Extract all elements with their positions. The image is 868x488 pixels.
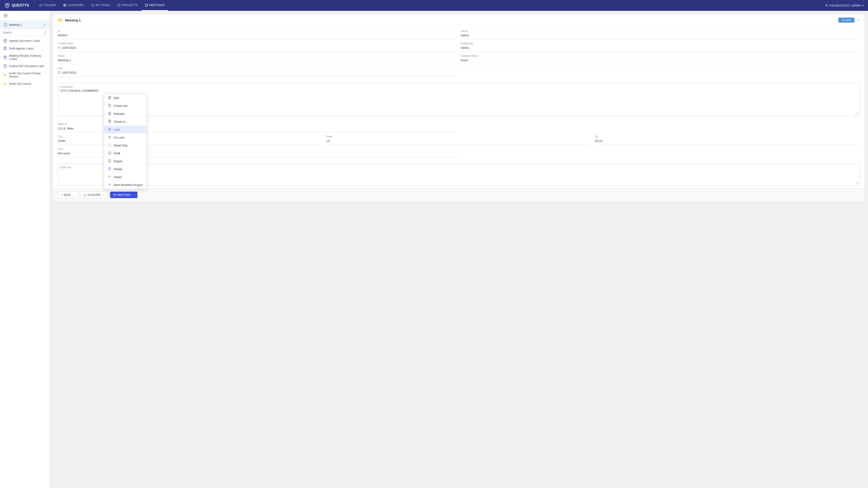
sidebar-document-list: Agenda Document 1.docx Draft Agenda 1.do… (0, 36, 50, 488)
row-date: Date 10/07/2021 (58, 67, 860, 76)
meeting-header: 📁 Meeting 1 Created (53, 14, 864, 26)
menu-item-checkout[interactable]: Check Out (104, 102, 147, 110)
meeting-header-left: 📁 Meeting 1 (58, 18, 81, 23)
row-address: Address 111 E. Main (58, 123, 860, 132)
list-item[interactable]: 📁 Smith City Council Closed Session (0, 70, 50, 80)
collapse-button[interactable] (857, 18, 860, 22)
svg-rect-21 (109, 129, 111, 130)
user-icon (825, 4, 828, 7)
folder-icon: 📁 (3, 73, 7, 77)
meeting-form: Id 855547 Owner Admin Creation Date 10/0… (53, 26, 864, 83)
sidebar: Meeting 1 Agenda Document 1.docx Draft A… (0, 11, 50, 488)
row-id-owner: Id 855547 Owner Admin (58, 30, 860, 39)
svg-rect-6 (145, 4, 148, 6)
field-id: Id 855547 (58, 30, 457, 39)
list-item[interactable]: Agenda Document 1.docx (0, 37, 50, 45)
acquire-chevron-icon (102, 194, 104, 196)
acquire-button[interactable]: ACQUIRE (80, 191, 108, 198)
row-time: Time Not used (58, 148, 860, 157)
search-icon[interactable] (43, 31, 47, 34)
chevron-down-icon (43, 23, 46, 26)
description-field: Description CITY COUNCIL CHAMBERS 21 (58, 83, 860, 116)
docx-icon (3, 39, 7, 43)
menu-item-draft[interactable]: Draft (104, 149, 147, 157)
meeting-folder-icon: 📁 (58, 18, 63, 23)
meeting-card: 📁 Meeting 1 Created Id 855547 (53, 14, 864, 201)
meeting-btn-icon (113, 194, 116, 196)
svg-rect-12 (4, 47, 6, 50)
sidebar-tree-item[interactable]: Meeting 1 (0, 21, 50, 29)
meeting-chevron-icon (132, 194, 134, 196)
workflow-icon (108, 183, 112, 187)
nav-tabs: FOLDER CATEGORY MY TASKS PROJECTS MEETIN… (36, 0, 168, 11)
svg-rect-17 (114, 194, 116, 196)
edit-icon (108, 96, 112, 100)
svg-rect-3 (65, 5, 66, 6)
svg-rect-15 (58, 47, 60, 49)
svg-rect-2 (64, 5, 65, 6)
svg-rect-11 (4, 39, 6, 42)
user-menu[interactable]: FINANCETEST, ADMIN ▾ (825, 4, 864, 7)
svg-rect-1 (65, 4, 66, 5)
row-name-category: Name Meeting 1 Category Name Event (58, 55, 860, 64)
new-chevron-icon (72, 194, 74, 196)
menu-item-lock[interactable]: Lock (104, 126, 147, 133)
tab-folder[interactable]: FOLDER (36, 0, 59, 11)
field-zip: Zip 91111 (595, 135, 860, 145)
field-date: Date 10/07/2021 (58, 67, 457, 76)
menu-item-unlock[interactable]: Un Lock (104, 133, 147, 141)
info-icon (4, 23, 7, 26)
menu-item-delete[interactable]: Delete (104, 165, 147, 173)
tab-projects[interactable]: PROJECTS (114, 0, 141, 11)
svg-rect-0 (64, 4, 65, 5)
field-name: Name Meeting 1 (58, 55, 457, 64)
meetings-tab-icon (145, 4, 148, 7)
address-form: Address 111 E. Main City Smith State LA (53, 119, 864, 164)
folder-tab-icon (39, 4, 42, 7)
release-icon (108, 112, 112, 116)
back-button[interactable] (4, 13, 8, 18)
menu-item-start-workflow[interactable]: Start Workflow Project (104, 181, 147, 189)
app-name: QUESTYS (12, 3, 29, 7)
checkin-icon (108, 120, 112, 124)
back-icon (4, 13, 8, 18)
main-layout: Meeting 1 Agenda Document 1.docx Draft A… (0, 11, 868, 488)
list-item[interactable]: Meeting Minutes Summary 1.docx (0, 53, 50, 62)
calendar-date-icon (58, 71, 61, 74)
menu-item-release[interactable]: Release (104, 110, 147, 118)
tab-meetings[interactable]: MEETINGS (142, 0, 168, 11)
menu-item-readonly[interactable]: Read Only (104, 141, 147, 149)
list-item[interactable]: Outline PDF Document 1.pdf (0, 62, 50, 70)
pdf-icon (3, 64, 7, 68)
acquire-icon (84, 194, 86, 196)
field-state: State LA (327, 135, 591, 145)
unlock-icon (108, 135, 112, 139)
new-button[interactable]: + NEW (58, 191, 78, 198)
menu-item-edit[interactable]: Edit (104, 94, 147, 102)
tab-category[interactable]: CATEGORY (60, 0, 87, 11)
docx-icon (3, 55, 7, 59)
list-item[interactable]: Draft Agenda 1.docx (0, 45, 50, 53)
svg-rect-16 (58, 72, 60, 74)
ocr-field: OCR Text 0 (58, 164, 860, 186)
docx-icon (3, 46, 7, 51)
meeting-button[interactable]: MEETING (110, 192, 137, 198)
menu-item-select[interactable]: Select (104, 173, 147, 181)
menu-item-export[interactable]: Export (104, 157, 147, 165)
svg-rect-22 (109, 137, 111, 138)
calendar-icon (58, 46, 61, 49)
context-menu: Edit Check Out Release Check In... (104, 94, 147, 189)
list-item[interactable]: 📁 Smith City Council (0, 80, 50, 88)
search-input[interactable] (3, 31, 42, 34)
svg-point-10 (44, 31, 46, 33)
menu-item-checkin[interactable]: Check In... (104, 118, 147, 126)
field-creation-date: Creation Date 10/07/2021 (58, 42, 457, 52)
tab-my-tasks[interactable]: MY TASKS (88, 0, 113, 11)
field-owner: Owner Admin (461, 30, 860, 39)
svg-rect-13 (4, 56, 6, 59)
svg-point-26 (109, 184, 110, 185)
svg-rect-23 (108, 144, 111, 147)
lock-icon (108, 128, 112, 131)
content-area: 📁 Meeting 1 Created Id 855547 (50, 11, 868, 488)
projects-tab-icon (117, 4, 121, 7)
